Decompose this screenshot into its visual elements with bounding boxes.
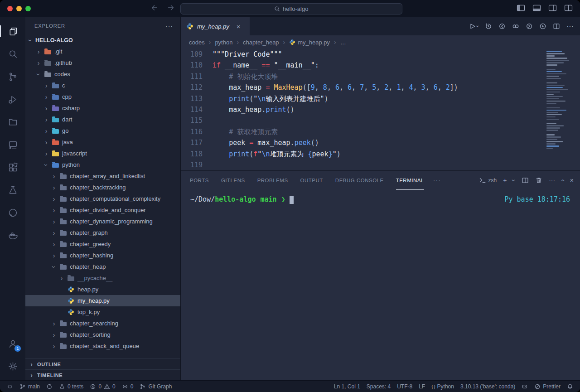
encoding-setting[interactable]: UTF-8 xyxy=(394,383,416,390)
broadcast-indicator[interactable]: 0 xyxy=(119,381,137,392)
breadcrumb-codes[interactable]: codes xyxy=(189,39,205,46)
copilot-status[interactable] xyxy=(518,383,531,390)
tree-item-__pycache__[interactable]: ›__pycache__ xyxy=(25,272,180,284)
tree-item-java[interactable]: ›java xyxy=(25,136,180,148)
tree-item-c[interactable]: ›c xyxy=(25,80,180,91)
tree-item-csharp[interactable]: ›csharp xyxy=(25,102,180,114)
tree-item-javascript[interactable]: ›javascript xyxy=(25,148,180,159)
branch-indicator[interactable]: main xyxy=(16,381,43,392)
editor-more-actions-icon[interactable]: ··· xyxy=(566,22,574,30)
panel-tab-debug-console[interactable]: DEBUG CONSOLE xyxy=(335,171,384,190)
code-line[interactable]: # 获取堆顶元素 xyxy=(213,126,458,137)
run-python-file-button[interactable]: › xyxy=(469,23,478,30)
terminal-dropdown-icon[interactable]: › xyxy=(511,179,518,182)
breadcrumb-python[interactable]: python xyxy=(215,39,232,46)
tree-item-chapter_hashing[interactable]: ›chapter_hashing xyxy=(25,250,180,261)
tree-item-chapter_dynamic_programming[interactable]: ›chapter_dynamic_programming xyxy=(25,216,180,227)
activity-search[interactable] xyxy=(0,43,25,65)
panel-tab-gitlens[interactable]: GITLENS xyxy=(221,171,245,190)
panel-more-actions-icon[interactable]: ··· xyxy=(549,177,555,184)
tree-item-chapter_array_and_linkedlist[interactable]: ›chapter_array_and_linkedlist xyxy=(25,170,180,182)
activity-extensions[interactable] xyxy=(0,156,25,179)
minimize-window-button[interactable] xyxy=(16,6,22,11)
tree-item-codes[interactable]: ›codes xyxy=(25,68,180,80)
activity-file-explorer[interactable] xyxy=(0,111,25,133)
code-line[interactable]: peek = max_heap.peek() xyxy=(213,137,458,148)
code-line[interactable]: print("\n输入列表并建堆后") xyxy=(213,93,458,104)
activity-github[interactable] xyxy=(0,201,25,224)
code-line[interactable]: if __name__ == "__main__": xyxy=(213,60,458,71)
code-line[interactable]: print(f"\n堆顶元素为 {peek}") xyxy=(213,149,458,160)
customize-layout-icon[interactable] xyxy=(564,5,573,13)
tree-root-hello-algo[interactable]: › HELLO-ALGO xyxy=(25,34,180,46)
git-graph-button[interactable]: Git Graph xyxy=(136,381,175,392)
minimap[interactable] xyxy=(546,51,575,149)
tree-item-my_heap.py[interactable]: ›my_heap.py xyxy=(25,295,180,306)
zoom-window-button[interactable] xyxy=(25,6,31,11)
new-terminal-button[interactable]: + xyxy=(503,177,507,184)
breadcrumb-more[interactable]: … xyxy=(340,39,346,46)
split-editor-icon[interactable] xyxy=(553,23,560,30)
tree-item-.github[interactable]: ›.github xyxy=(25,57,180,68)
panel-tab-terminal[interactable]: TERMINAL xyxy=(396,171,424,190)
tree-item-chapter_searching[interactable]: ›chapter_searching xyxy=(25,318,180,329)
tree-item-chapter_computational_complexity[interactable]: ›chapter_computational_complexity xyxy=(25,193,180,204)
activity-source-control[interactable] xyxy=(0,65,25,88)
terminal-shell-selector[interactable]: zsh xyxy=(479,177,497,184)
problems-indicator[interactable]: 0 0 xyxy=(87,381,118,392)
code-line[interactable]: max_heap = MaxHeap([9, 8, 6, 6, 7, 5, 2,… xyxy=(213,82,458,93)
tree-item-chapter_stack_and_queue[interactable]: ›chapter_stack_and_queue xyxy=(25,340,180,352)
eol-setting[interactable]: LF xyxy=(416,383,428,390)
cursor-position[interactable]: Ln 1, Col 1 xyxy=(331,383,363,390)
tree-item-chapter_greedy[interactable]: ›chapter_greedy xyxy=(25,238,180,250)
run-interactive-icon[interactable] xyxy=(539,23,546,30)
tree-item-heap.py[interactable]: ›heap.py xyxy=(25,284,180,295)
indentation-setting[interactable]: Spaces: 4 xyxy=(363,383,394,390)
code-line[interactable]: max_heap.print() xyxy=(213,104,458,115)
tree-item-chapter_heap[interactable]: ›chapter_heap xyxy=(25,261,180,272)
open-changes-next-icon[interactable] xyxy=(526,23,533,30)
code-line[interactable] xyxy=(213,115,458,126)
panel-tab-output[interactable]: OUTPUT xyxy=(300,171,323,190)
tree-item-top_k.py[interactable]: ›top_k.py xyxy=(25,306,180,318)
command-center-search[interactable]: hello-algo xyxy=(180,3,402,15)
notifications-bell[interactable] xyxy=(564,383,576,390)
breadcrumb-chapter-heap[interactable]: chapter_heap xyxy=(243,39,279,46)
timeline-section[interactable]: › TIMELINE xyxy=(25,369,180,380)
activity-remote-explorer[interactable] xyxy=(0,133,25,156)
panel-tab-ports[interactable]: PORTS xyxy=(190,171,209,190)
tab-my-heap-py[interactable]: my_heap.py × xyxy=(181,17,250,35)
navigate-forward-icon[interactable] xyxy=(167,4,175,14)
outline-section[interactable]: › OUTLINE xyxy=(25,358,180,369)
panel-tab-problems[interactable]: PROBLEMS xyxy=(257,171,288,190)
tests-indicator[interactable]: 0 tests xyxy=(56,381,87,392)
tree-item-chapter_sorting[interactable]: ›chapter_sorting xyxy=(25,329,180,340)
run-dropdown-icon[interactable]: › xyxy=(474,25,481,27)
tree-item-dart[interactable]: ›dart xyxy=(25,114,180,125)
tree-item-chapter_backtracking[interactable]: ›chapter_backtracking xyxy=(25,182,180,193)
toggle-secondary-sidebar-icon[interactable] xyxy=(548,5,557,13)
toggle-panel-icon[interactable] xyxy=(532,5,541,13)
file-history-icon[interactable] xyxy=(485,23,492,30)
activity-run-debug[interactable] xyxy=(0,88,25,111)
close-panel-icon[interactable]: × xyxy=(570,177,574,184)
breadcrumb-my-heap-py[interactable]: my_heap.py xyxy=(289,39,330,46)
code-line[interactable] xyxy=(213,160,458,170)
navigate-back-icon[interactable] xyxy=(150,4,159,14)
code-line[interactable]: # 初始化大顶堆 xyxy=(213,71,458,82)
code-editor[interactable]: 109110111112113114115116117118119 """Dri… xyxy=(181,49,580,170)
explorer-more-actions-icon[interactable]: ··· xyxy=(165,22,173,29)
code-line[interactable]: """Driver Code""" xyxy=(213,49,458,60)
activity-settings[interactable] xyxy=(0,355,25,377)
activity-testing[interactable] xyxy=(0,179,25,201)
tree-item-.git[interactable]: ›.git xyxy=(25,46,180,57)
tree-item-chapter_graph[interactable]: ›chapter_graph xyxy=(25,227,180,238)
open-changes-icon[interactable] xyxy=(512,23,519,30)
panel-tabs-more-icon[interactable]: ··· xyxy=(433,177,441,184)
close-window-button[interactable] xyxy=(7,6,13,11)
activity-docker[interactable] xyxy=(0,224,25,247)
remote-indicator[interactable] xyxy=(4,381,16,392)
sync-changes-button[interactable] xyxy=(43,381,56,392)
terminal[interactable]: ~/Dow/hello-algomain❯ Py base 18:17:16 xyxy=(181,190,580,380)
activity-accounts[interactable]: 1 xyxy=(0,332,25,355)
